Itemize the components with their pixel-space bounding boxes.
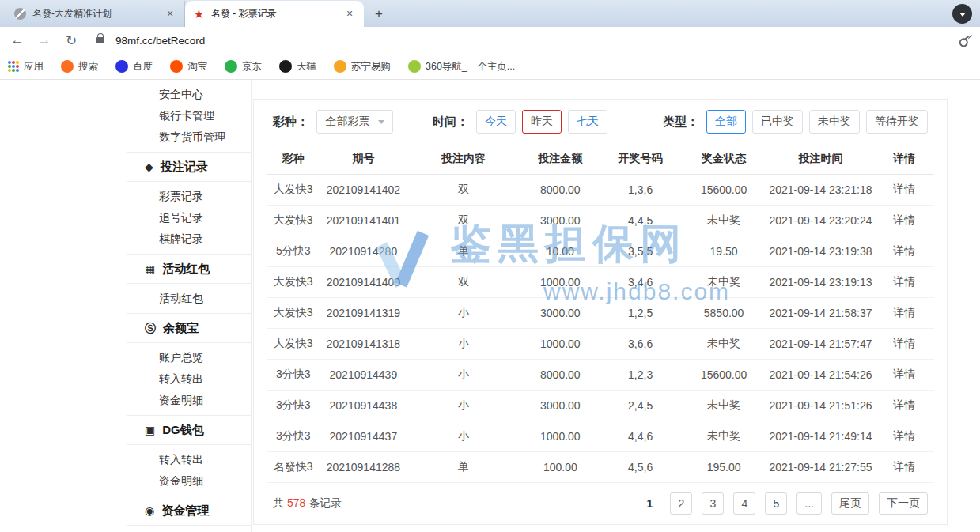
- lottery-link[interactable]: 大发快3: [267, 297, 320, 328]
- reload-button[interactable]: ↻: [63, 32, 79, 49]
- detail-link[interactable]: 详情: [874, 328, 934, 359]
- browser-tabstrip: 名發-大发精准计划 × ★ 名發 - 彩票记录 × +: [0, 0, 980, 27]
- tmall-icon: [279, 60, 292, 73]
- sidebar-item[interactable]: 安全中心: [127, 84, 251, 105]
- sidebar-item[interactable]: 活动红包: [127, 288, 251, 309]
- table-row: 3分快320210914437小1000.004,4,6未中奖2021-09-1…: [267, 421, 934, 451]
- bet-records-table: 彩种期号投注内容投注金额开奖号码奖金状态投注时间详情 大发快3202109141…: [267, 144, 934, 483]
- detail-link[interactable]: 详情: [874, 421, 934, 451]
- tab-title: 名發-大发精准计划: [32, 7, 157, 21]
- sidebar-item[interactable]: 追号记录: [127, 207, 251, 228]
- filter-button[interactable]: 等待开奖: [866, 110, 928, 134]
- bookmark-item[interactable]: 京东: [225, 60, 262, 74]
- detail-link[interactable]: 详情: [874, 205, 934, 236]
- tab-close-icon[interactable]: ×: [343, 8, 356, 21]
- filter-button[interactable]: 已中奖: [752, 110, 803, 134]
- sidebar-group: ▦ 活动红包 活动红包: [127, 254, 251, 313]
- sidebar-item[interactable]: 数字货币管理: [127, 126, 251, 148]
- forward-button[interactable]: →: [36, 32, 52, 48]
- sidebar-item[interactable]: 资金明细: [127, 470, 251, 492]
- new-tab-button[interactable]: +: [369, 4, 389, 25]
- lottery-link[interactable]: 5分快3: [267, 236, 320, 266]
- bookmark-item[interactable]: 淘宝: [170, 60, 207, 74]
- bet-records-icon: ◆: [145, 161, 153, 172]
- summary-suffix: 条记录: [308, 496, 342, 509]
- bookmark-item[interactable]: 应用: [8, 60, 44, 74]
- page-number-button[interactable]: 3: [702, 492, 724, 515]
- browser-tab[interactable]: 名發-大发精准计划 ×: [6, 1, 185, 27]
- page-number-button[interactable]: 4: [733, 492, 755, 515]
- lottery-link[interactable]: 大发快3: [267, 174, 320, 205]
- bet-amount: 3000.00: [520, 390, 600, 421]
- detail-link[interactable]: 详情: [874, 359, 934, 390]
- table-row: 大发快3202109141401双3000.004,4,5未中奖2021-09-…: [267, 205, 934, 236]
- browser-tab[interactable]: ★ 名發 - 彩票记录 ×: [185, 1, 364, 27]
- detail-link[interactable]: 详情: [874, 236, 934, 266]
- filter-button[interactable]: 今天: [476, 110, 516, 134]
- lottery-link[interactable]: 3分快3: [267, 359, 320, 390]
- issue-number: 202109141318: [320, 328, 407, 359]
- browser-profile-button[interactable]: [952, 4, 972, 24]
- sidebar-section-header[interactable]: ▣ DG钱包: [127, 415, 251, 445]
- detail-link[interactable]: 详情: [874, 174, 934, 205]
- page-number-button[interactable]: 1: [638, 492, 660, 515]
- bookmark-item[interactable]: 百度: [115, 60, 153, 74]
- bookmark-item[interactable]: 360导航_一个主页...: [408, 60, 515, 74]
- bookmark-item[interactable]: 天猫: [279, 60, 316, 74]
- lottery-link[interactable]: 大发快3: [267, 328, 320, 359]
- sidebar-item[interactable]: 转入转出: [127, 449, 251, 470]
- filter-button[interactable]: 七天: [568, 110, 607, 134]
- detail-link[interactable]: 详情: [874, 297, 934, 328]
- lottery-link[interactable]: 名發快3: [267, 451, 320, 482]
- sidebar-item[interactable]: 资金明细: [127, 390, 251, 411]
- back-button[interactable]: ←: [9, 32, 25, 48]
- bet-time: 2021-09-14 23:19:13: [767, 266, 874, 297]
- baidu-icon: [115, 60, 128, 73]
- bookmark-item[interactable]: 搜索: [61, 60, 98, 74]
- filter-button[interactable]: 未中奖: [809, 110, 860, 134]
- lottery-link[interactable]: 大发快3: [267, 205, 320, 236]
- page-number-button[interactable]: ...: [796, 492, 822, 515]
- dg-wallet-icon: ▣: [145, 424, 155, 436]
- bookmark-item[interactable]: 苏宁易购: [334, 60, 391, 74]
- lottery-link[interactable]: 大发快3: [267, 266, 320, 297]
- filter-button[interactable]: 全部: [706, 110, 746, 134]
- https-lock-icon[interactable]: [96, 37, 104, 43]
- last-page-button[interactable]: 尾页: [831, 492, 869, 515]
- sidebar-item[interactable]: 账户总览: [127, 347, 251, 368]
- bet-amount: 3000.00: [520, 205, 600, 236]
- detail-link[interactable]: 详情: [874, 451, 934, 482]
- tab-close-icon[interactable]: ×: [164, 8, 176, 21]
- sidebar-section-header[interactable]: Ⓢ 余额宝: [127, 313, 251, 343]
- detail-link[interactable]: 详情: [874, 390, 934, 421]
- page-number-button[interactable]: 5: [765, 492, 787, 515]
- sidebar-section-header[interactable]: ◉ 资金管理: [127, 496, 251, 526]
- summary-prefix: 共: [273, 496, 284, 509]
- next-page-button[interactable]: 下一页: [879, 492, 928, 515]
- lottery-select[interactable]: 全部彩票: [316, 110, 393, 134]
- column-header: 投注时间: [767, 144, 874, 174]
- bet-content: 小: [407, 359, 520, 390]
- lottery-link[interactable]: 3分快3: [267, 421, 320, 451]
- issue-number: 20210914438: [320, 390, 407, 421]
- time-filter-group: 今天昨天七天: [476, 110, 607, 134]
- type-filter-label: 类型：: [663, 115, 698, 130]
- url-text[interactable]: 98mf.cc/betRecord: [115, 35, 947, 47]
- sidebar-item[interactable]: 转入转出: [127, 368, 251, 390]
- filter-button[interactable]: 昨天: [522, 110, 562, 134]
- draw-numbers: 1,2,5: [600, 297, 680, 328]
- sidebar-item[interactable]: 彩票记录: [127, 186, 251, 207]
- issue-number: 202109141400: [320, 266, 407, 297]
- sidebar-section-header[interactable]: ◆ 投注记录: [127, 152, 251, 182]
- lottery-link[interactable]: 3分快3: [267, 390, 320, 421]
- browser-toolbar: ← → ↻ 98mf.cc/betRecord: [0, 27, 980, 54]
- page-number-button[interactable]: 2: [670, 492, 692, 515]
- time-filter-label: 时间：: [433, 115, 468, 130]
- bet-amount: 1000.00: [520, 266, 600, 297]
- detail-link[interactable]: 详情: [874, 266, 934, 297]
- password-key-icon[interactable]: [955, 32, 974, 50]
- sidebar-item[interactable]: 棋牌记录: [127, 228, 251, 250]
- sidebar-section-header[interactable]: ▦ 活动红包: [127, 254, 251, 284]
- issue-number: 20210914439: [320, 359, 407, 390]
- sidebar-item[interactable]: 银行卡管理: [127, 105, 251, 126]
